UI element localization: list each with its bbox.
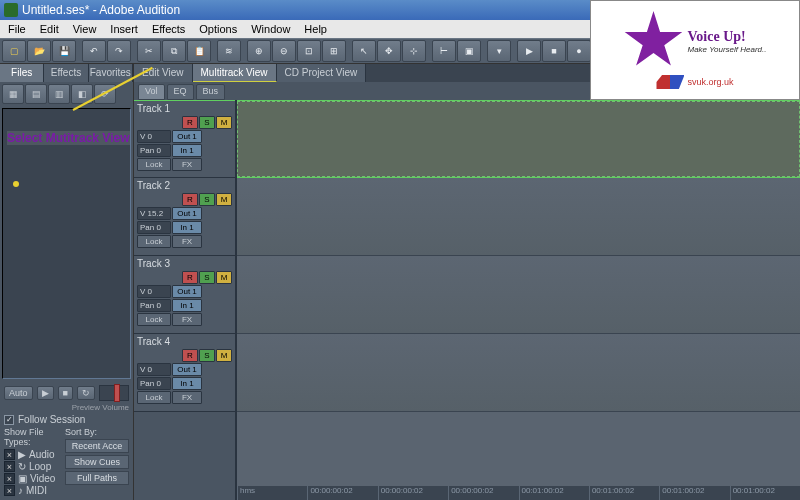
menu-window[interactable]: Window [245,22,296,36]
files-btn-2[interactable]: ▤ [25,84,47,104]
track-name[interactable]: Track 1 [137,103,232,114]
files-btn-3[interactable]: ▥ [48,84,70,104]
toolbar-zout[interactable]: ⊖ [272,40,296,62]
pan-value[interactable]: Pan 0 [137,221,171,234]
input-button[interactable]: In 1 [172,299,202,312]
pan-value[interactable]: Pan 0 [137,299,171,312]
record-button[interactable]: R [182,116,198,129]
volume-value[interactable]: V 0 [137,363,171,376]
input-button[interactable]: In 1 [172,221,202,234]
waveform-area[interactable]: hms00:00:00:0200:00:00:0200:00:00:0200:0… [236,100,800,500]
toolbar-save[interactable]: 💾 [52,40,76,62]
mute-button[interactable]: M [216,349,232,362]
track-name[interactable]: Track 2 [137,180,232,191]
fx-button[interactable]: FX [172,391,202,404]
solo-button[interactable]: S [199,116,215,129]
toolbar-play[interactable]: ▶ [517,40,541,62]
tab-files[interactable]: Files [0,64,44,82]
output-button[interactable]: Out 1 [172,363,202,376]
volume-value[interactable]: V 0 [137,285,171,298]
preview-volume-slider[interactable] [99,385,129,401]
mute-button[interactable]: M [216,271,232,284]
toolbar-cut[interactable]: ✂ [137,40,161,62]
tab-multitrack-view[interactable]: Multitrack View [193,64,277,82]
input-button[interactable]: In 1 [172,377,202,390]
menu-help[interactable]: Help [298,22,333,36]
follow-session-checkbox[interactable]: ✓ [4,415,14,425]
menu-effects[interactable]: Effects [146,22,191,36]
subtab-vol[interactable]: Vol [138,84,165,100]
type-video-x[interactable]: × [4,473,15,484]
wave-track-2[interactable] [237,178,800,256]
menu-view[interactable]: View [67,22,103,36]
stop-preview-button[interactable]: ■ [58,386,73,400]
toolbar-undo[interactable]: ↶ [82,40,106,62]
toolbar-hyb[interactable]: ⊹ [402,40,426,62]
solo-button[interactable]: S [199,271,215,284]
show-cues-button[interactable]: Show Cues [65,455,129,469]
toolbar-zall[interactable]: ⊞ [322,40,346,62]
toolbar-copy[interactable]: ⧉ [162,40,186,62]
lock-button[interactable]: Lock [137,313,171,326]
menu-edit[interactable]: Edit [34,22,65,36]
toolbar-mrk[interactable]: ▾ [487,40,511,62]
subtab-bus[interactable]: Bus [196,84,226,100]
pan-value[interactable]: Pan 0 [137,377,171,390]
loop-preview-button[interactable]: ↻ [77,386,95,400]
fx-button[interactable]: FX [172,235,202,248]
toolbar-new[interactable]: ▢ [2,40,26,62]
play-preview-button[interactable]: ▶ [37,386,54,400]
toolbar-ptr[interactable]: ↖ [352,40,376,62]
solo-button[interactable]: S [199,349,215,362]
track-name[interactable]: Track 4 [137,336,232,347]
toolbar-zsel[interactable]: ⊡ [297,40,321,62]
toolbar-grp[interactable]: ▣ [457,40,481,62]
time-ruler[interactable]: hms00:00:00:0200:00:00:0200:00:00:0200:0… [237,486,800,500]
file-list[interactable]: Select Mutitrack View [2,108,131,379]
mute-button[interactable]: M [216,116,232,129]
solo-button[interactable]: S [199,193,215,206]
input-button[interactable]: In 1 [172,144,202,157]
full-paths-button[interactable]: Full Paths [65,471,129,485]
toolbar-open[interactable]: 📂 [27,40,51,62]
toolbar-mov[interactable]: ✥ [377,40,401,62]
type-audio-x[interactable]: × [4,449,15,460]
wave-track-1[interactable] [237,100,800,178]
fx-button[interactable]: FX [172,313,202,326]
lock-button[interactable]: Lock [137,391,171,404]
sort-dropdown[interactable]: Recent Acce [65,439,129,453]
mute-button[interactable]: M [216,193,232,206]
toolbar-zin[interactable]: ⊕ [247,40,271,62]
tab-cd-project-view[interactable]: CD Project View [277,64,367,82]
wave-track-3[interactable] [237,256,800,334]
type-midi-x[interactable]: × [4,485,15,496]
fx-button[interactable]: FX [172,158,202,171]
record-button[interactable]: R [182,271,198,284]
toolbar-rec[interactable]: ● [567,40,591,62]
type-loop-x[interactable]: × [4,461,15,472]
pan-value[interactable]: Pan 0 [137,144,171,157]
menu-insert[interactable]: Insert [104,22,144,36]
lock-button[interactable]: Lock [137,158,171,171]
wave-track-4[interactable] [237,334,800,412]
menu-file[interactable]: File [2,22,32,36]
toolbar-snp[interactable]: ⊢ [432,40,456,62]
toolbar-stop[interactable]: ■ [542,40,566,62]
record-button[interactable]: R [182,193,198,206]
lock-button[interactable]: Lock [137,235,171,248]
files-btn-1[interactable]: ▦ [2,84,24,104]
volume-value[interactable]: V 15.2 [137,207,171,220]
toolbar-paste[interactable]: 📋 [187,40,211,62]
record-button[interactable]: R [182,349,198,362]
menu-options[interactable]: Options [193,22,243,36]
output-button[interactable]: Out 1 [172,285,202,298]
output-button[interactable]: Out 1 [172,130,202,143]
subtab-eq[interactable]: EQ [167,84,194,100]
volume-value[interactable]: V 0 [137,130,171,143]
toolbar-redo[interactable]: ↷ [107,40,131,62]
track-name[interactable]: Track 3 [137,258,232,269]
output-button[interactable]: Out 1 [172,207,202,220]
tab-effects[interactable]: Effects [44,64,88,82]
auto-button[interactable]: Auto [4,386,33,400]
toolbar-mix[interactable]: ≋ [217,40,241,62]
